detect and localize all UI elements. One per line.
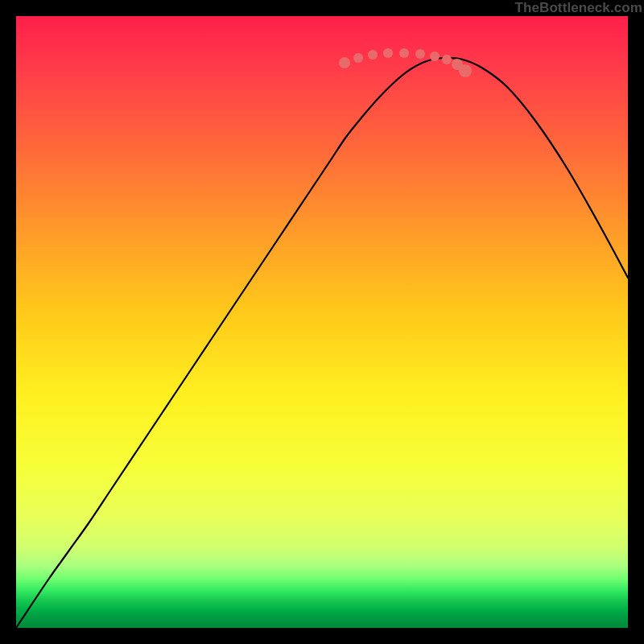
- bottleneck-marker: [430, 52, 440, 61]
- bottleneck-marker: [442, 55, 452, 64]
- chart-frame: TheBottleneck.com: [16, 16, 628, 628]
- bottleneck-marker: [459, 64, 472, 77]
- bottleneck-marker: [353, 53, 363, 63]
- bottleneck-marker: [339, 57, 350, 68]
- watermark-text: TheBottleneck.com: [514, 0, 642, 16]
- bottleneck-marker: [399, 48, 409, 58]
- bottleneck-curve: [16, 58, 628, 628]
- bottleneck-marker: [368, 50, 378, 60]
- chart-plot: [16, 16, 628, 628]
- bottleneck-marker: [415, 49, 425, 59]
- bottleneck-marker: [383, 48, 393, 58]
